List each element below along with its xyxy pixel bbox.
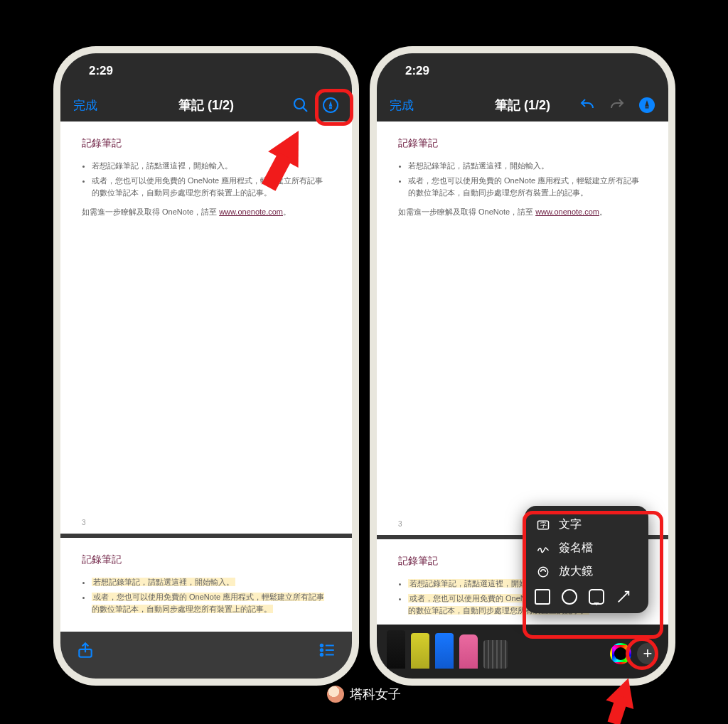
doc-heading: 記錄筆記	[82, 553, 331, 566]
watermark-avatar-icon	[327, 686, 344, 703]
doc-bullet: 或者，您也可以使用免費的 OneNote 應用程式，輕鬆建立所有記事的數位筆記本…	[92, 591, 331, 616]
svg-point-3	[294, 99, 304, 109]
search-icon[interactable]	[292, 97, 309, 114]
doc-bullet: 若想記錄筆記，請點選這裡，開始輸入。	[92, 576, 331, 589]
doc-bullet: 或者，您也可以使用免費的 OneNote 應用程式，輕鬆建立所有記事的數位筆記本…	[92, 175, 331, 200]
status-bar: 2:29	[60, 53, 352, 89]
annotation-highlight-circle	[626, 637, 658, 670]
bottom-toolbar	[60, 632, 352, 679]
annotation-highlight-box	[523, 511, 663, 639]
status-bar: 2:29	[377, 53, 668, 89]
svg-line-4	[303, 107, 307, 112]
onenote-link[interactable]: www.onenote.com	[535, 207, 599, 216]
svg-point-12	[321, 654, 323, 656]
doc-moreinfo: 如需進一步瞭解及取得 OneNote，請至 www.onenote.com。	[82, 207, 331, 217]
doc-page-upper: 記錄筆記 若想記錄筆記，請點選這裡，開始輸入。 或者，您也可以使用免費的 One…	[377, 121, 668, 226]
status-time: 2:29	[89, 64, 113, 78]
redo-icon	[609, 97, 626, 114]
undo-icon[interactable]	[579, 97, 596, 114]
onenote-link[interactable]: www.onenote.com	[219, 207, 283, 216]
status-time: 2:29	[405, 64, 429, 78]
doc-bullet: 或者，您也可以使用免費的 OneNote 應用程式，輕鬆建立所有記事的數位筆記本…	[408, 175, 647, 200]
page-title: 筆記 (1/2)	[495, 97, 550, 114]
list-icon[interactable]	[318, 641, 336, 659]
page-number: 3	[60, 519, 352, 534]
done-button[interactable]: 完成	[73, 97, 97, 114]
status-icons	[322, 64, 331, 78]
eraser-tool[interactable]	[459, 634, 478, 669]
nav-bar: 完成 筆記 (1/2)	[60, 89, 352, 121]
page-title: 筆記 (1/2)	[178, 97, 234, 114]
pencil-tool[interactable]	[435, 633, 454, 669]
doc-moreinfo: 如需進一步瞭解及取得 OneNote，請至 www.onenote.com。	[398, 207, 647, 217]
doc-heading: 記錄筆記	[398, 137, 647, 150]
share-icon[interactable]	[76, 641, 95, 659]
doc-page-lower: 記錄筆記 若想記錄筆記，請點選這裡，開始輸入。 或者，您也可以使用免費的 One…	[60, 538, 352, 632]
watermark-text: 塔科女子	[350, 686, 401, 703]
doc-bullet: 若想記錄筆記，請點選這裡，開始輸入。	[408, 160, 647, 173]
pen-tool[interactable]	[387, 630, 405, 669]
markup-icon[interactable]	[638, 97, 655, 114]
svg-rect-18	[646, 107, 649, 109]
watermark: 塔科女子	[327, 686, 401, 703]
annotation-highlight-box	[315, 89, 353, 126]
svg-point-8	[321, 644, 323, 647]
document-viewer[interactable]: 記錄筆記 若想記錄筆記，請點選這裡，開始輸入。 或者，您也可以使用免費的 One…	[60, 121, 352, 632]
phone-mockup-left: 2:29 完成 筆記 (1/2) 記錄筆記 若想記錄筆記，請點選這裡，開始輸入。…	[53, 46, 359, 686]
nav-bar: 完成 筆記 (1/2)	[377, 89, 668, 121]
ruler-tool[interactable]	[483, 640, 508, 669]
highlighter-tool[interactable]	[411, 633, 429, 669]
svg-point-10	[321, 649, 323, 651]
status-icons	[638, 64, 647, 78]
done-button[interactable]: 完成	[390, 97, 414, 114]
